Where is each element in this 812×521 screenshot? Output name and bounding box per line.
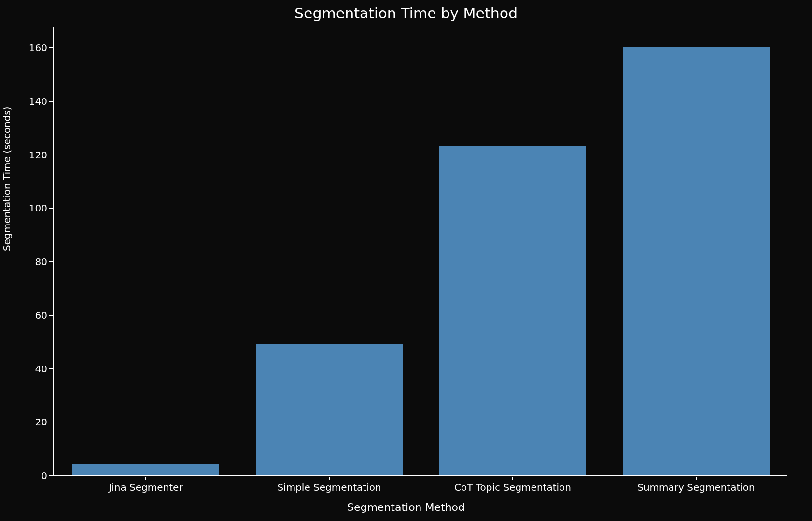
bar [439, 146, 586, 475]
y-tick-label: 0 [41, 470, 47, 481]
x-tick [696, 477, 697, 480]
x-tick [512, 477, 513, 480]
chart-title: Segmentation Time by Method [0, 5, 812, 22]
y-tick-label: 40 [35, 363, 47, 375]
chart-figure: Segmentation Time by Method Segmentation… [0, 0, 812, 521]
bar [256, 344, 403, 475]
y-tick-label: 120 [29, 149, 47, 161]
x-axis-label: Segmentation Method [0, 501, 812, 513]
y-tick [49, 155, 54, 155]
bar [623, 47, 770, 475]
y-tick [49, 315, 54, 316]
y-tick [49, 422, 54, 422]
y-tick-label: 160 [29, 42, 47, 54]
y-tick [49, 47, 54, 48]
x-tick-label: CoT Topic Segmentation [454, 481, 571, 493]
y-tick [49, 475, 54, 476]
y-tick-label: 80 [35, 256, 47, 268]
x-tick [145, 477, 146, 480]
bar [72, 464, 219, 475]
x-tick-label: Simple Segmentation [277, 481, 381, 493]
plot-area: 020406080100120140160Jina SegmenterSimpl… [53, 27, 787, 476]
y-tick [49, 368, 54, 369]
y-tick-label: 60 [35, 310, 47, 321]
x-tick-label: Jina Segmenter [109, 481, 182, 493]
y-axis-label: Segmentation Time (seconds) [1, 106, 13, 251]
y-tick [49, 261, 54, 262]
y-tick [49, 208, 54, 209]
y-tick-label: 140 [29, 96, 47, 107]
x-tick [329, 477, 330, 480]
y-tick [49, 101, 54, 102]
x-tick-label: Summary Segmentation [637, 481, 755, 493]
y-tick-label: 100 [29, 202, 47, 214]
y-tick-label: 20 [35, 416, 47, 428]
